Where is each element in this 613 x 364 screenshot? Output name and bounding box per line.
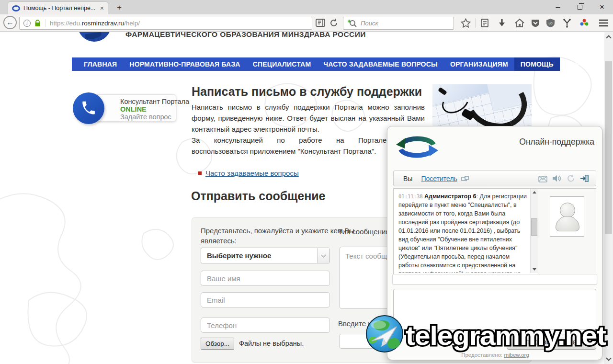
scroll-up-icon[interactable] <box>606 35 611 40</box>
watermark: telegrammy.net <box>365 314 610 358</box>
nav-item-specialistam[interactable]: СПЕЦИАЛИСТАМ <box>247 57 318 71</box>
message-author: Администратор 6 <box>424 193 476 200</box>
consultant-online-status: ONLINE <box>120 105 172 113</box>
email-field[interactable] <box>201 292 330 307</box>
reload-icon[interactable] <box>329 18 340 28</box>
bookmarks-list-icon[interactable] <box>480 18 490 28</box>
chat-title: Онлайн-поддержка <box>519 137 594 147</box>
search-icon[interactable] <box>347 19 358 28</box>
nav-item-pomosch-active[interactable]: ПОМОЩЬ <box>514 57 560 71</box>
headset-mic <box>438 87 447 96</box>
message-timestamp: 01:11:38 <box>398 193 423 199</box>
nav-item-normativnaya-baza[interactable]: НОРМАТИВНО-ПРАВОВАЯ БАЗА <box>123 57 246 71</box>
pinwheel-extension-icon[interactable] <box>579 18 590 28</box>
faq-list-item: Часто задаваемые вопросы <box>198 169 299 177</box>
person-icon-body <box>556 216 579 231</box>
chat-scrollbar-thumb[interactable] <box>531 218 537 236</box>
refresh-icon[interactable] <box>567 174 575 182</box>
search-placeholder: Поиск <box>361 20 378 27</box>
consultant-widget[interactable]: Консультант Портала ONLINE Задайте вопро… <box>95 94 176 122</box>
close-button[interactable]: × <box>591 0 613 14</box>
message-history[interactable]: 01:11:38 Администратор 6: Для регистраци… <box>394 189 531 273</box>
mibew-logo-icon <box>395 134 439 161</box>
avatar-panel <box>538 189 596 284</box>
fork-extension-icon[interactable] <box>562 18 573 28</box>
message-column: 01:11:38 Администратор 6: Для регистраци… <box>394 189 530 284</box>
chat-scrollbar[interactable] <box>530 189 538 273</box>
nav-item-glavnaya[interactable]: ГЛАВНАЯ <box>78 57 123 71</box>
operator-avatar <box>550 196 584 237</box>
sound-icon[interactable] <box>552 174 562 182</box>
ssl-lock-icon[interactable] <box>34 20 41 27</box>
name-field[interactable] <box>201 271 330 286</box>
phone-icon[interactable] <box>73 92 104 124</box>
message-type-label: Тип сообщения <box>338 227 389 237</box>
watermark-text: telegrammy.net <box>406 320 606 351</box>
page-title: Написать письмо в службу поддержки <box>192 85 422 99</box>
message-text: Для регистрации перейдите в пункт меню "… <box>398 193 527 273</box>
main-navigation: ГЛАВНАЯ НОРМАТИВНО-ПРАВОВАЯ БАЗА СПЕЦИАЛ… <box>72 57 532 71</box>
file-status-text: Файлы не выбраны. <box>239 340 304 347</box>
page-info-icon[interactable]: i <box>23 20 31 27</box>
chat-status-strip <box>392 274 597 284</box>
watermark-globe-icon <box>365 314 404 353</box>
chat-main-area: 01:11:38 Администратор 6: Для регистраци… <box>393 188 596 284</box>
url-text[interactable]: https://edu.rosminzdrav.ru/help/ <box>50 20 140 27</box>
faq-link[interactable]: Часто задаваемые вопросы <box>205 169 299 177</box>
menu-hamburger-icon[interactable] <box>598 18 610 28</box>
downloads-icon[interactable] <box>497 18 508 28</box>
nav-item-karta-sayta[interactable]: КАРТА САЙТА <box>560 57 604 71</box>
minimize-button[interactable]: – <box>547 0 569 14</box>
message-placeholder: Текст сообще <box>345 252 391 260</box>
site-header-text: ФАРМАЦЕВТИЧЕСКОГО ОБРАЗОВАНИЯ МИНЗДРАВА … <box>125 32 366 39</box>
search-bar[interactable]: Поиск <box>343 17 454 30</box>
exit-chat-icon[interactable] <box>580 174 589 182</box>
browser-window: Помощь - Портал непре... × + – × ← i htt… <box>0 0 613 364</box>
mail-history-icon[interactable] <box>538 175 547 182</box>
rename-icon[interactable] <box>461 175 469 182</box>
url-divider <box>45 19 45 27</box>
tab-close-icon[interactable]: × <box>100 4 104 12</box>
consultant-title: Консультант Портала <box>120 98 172 105</box>
nav-item-organizaciyam[interactable]: ОРГАНИЗАЦИЯМ <box>444 57 514 71</box>
bookmark-star-icon[interactable] <box>461 18 471 28</box>
nav-item-faq[interactable]: ЧАСТО ЗАДАВАЕМЫЕ ВОПРОСЫ <box>317 57 444 71</box>
consultant-ask-label: Задайте вопрос <box>120 113 172 121</box>
chat-scroll-up-icon[interactable] <box>533 191 536 193</box>
reader-mode-icon[interactable] <box>315 18 326 28</box>
chat-scroll-down-icon[interactable] <box>533 268 536 271</box>
role-select[interactable]: Выберите нужное <box>201 248 330 263</box>
tab-title: Помощь - Портал непре... <box>23 5 97 11</box>
toolbar-divider <box>475 18 476 28</box>
form-title: Отправить сообщение <box>191 189 326 203</box>
browser-tab[interactable]: Помощь - Портал непре... × <box>8 1 108 14</box>
home-icon[interactable] <box>514 18 525 28</box>
title-bar: Помощь - Портал непре... × + – × <box>0 0 613 14</box>
ublock-shield-icon[interactable]: u0 <box>546 18 556 28</box>
restore-button[interactable] <box>569 0 591 14</box>
phone-field[interactable] <box>201 318 330 333</box>
back-button[interactable]: ← <box>3 16 17 29</box>
svg-text:u0: u0 <box>549 22 553 25</box>
scrollbar-thumb[interactable] <box>605 61 612 234</box>
restore-icon <box>578 5 582 10</box>
window-controls: – × <box>547 0 613 14</box>
list-bullet-icon <box>198 171 202 175</box>
new-tab-button[interactable]: + <box>114 2 125 13</box>
visitor-name-link[interactable]: Посетитель <box>421 175 457 182</box>
select-dropdown-button[interactable] <box>317 248 329 263</box>
chevron-down-icon <box>321 252 326 257</box>
chat-toolbar: Вы Посетитель <box>393 171 596 186</box>
role-select-value: Выберите нужное <box>207 251 317 260</box>
you-label: Вы <box>403 175 412 182</box>
watermark-text-graphic: telegrammy.net <box>403 316 609 356</box>
tab-favicon-icon <box>12 5 20 11</box>
browse-file-button[interactable]: Обзор... <box>201 338 234 350</box>
url-bar[interactable]: i https://edu.rosminzdrav.ru/help/ <box>19 17 312 30</box>
pocket-icon[interactable] <box>531 18 541 28</box>
navigation-toolbar: ← i https://edu.rosminzdrav.ru/help/ Пои… <box>0 14 613 32</box>
